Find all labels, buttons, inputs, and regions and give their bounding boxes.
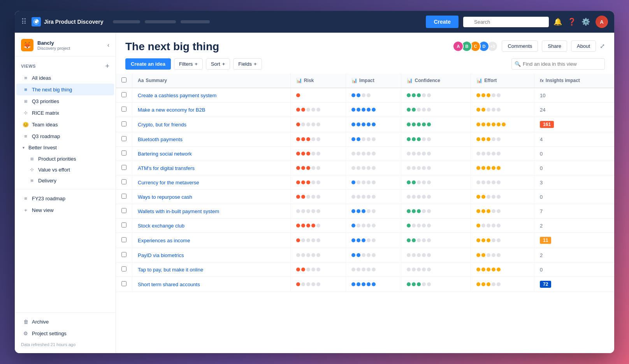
row-summary[interactable]: Create a cashless payment system: [132, 88, 291, 103]
dot-empty: [357, 166, 360, 170]
all-ideas-label: All ideas: [32, 75, 51, 81]
dot-filled: [306, 224, 310, 228]
insights-value: 2: [540, 252, 543, 258]
notifications-icon[interactable]: 🔔: [553, 18, 562, 26]
row-summary[interactable]: Wallets with in-built payment system: [132, 204, 291, 219]
dot-empty: [497, 253, 501, 257]
row-summary[interactable]: ATM's for digital transfers: [132, 161, 291, 175]
select-all-checkbox[interactable]: [121, 77, 127, 82]
row-checkbox[interactable]: [121, 252, 127, 257]
dot-empty: [427, 166, 431, 170]
insights-value: 0: [540, 194, 543, 200]
sidebar-item-value-vs-effort[interactable]: ⊹ Value vs effort: [16, 164, 114, 175]
col-summary[interactable]: Aa Summary: [132, 74, 291, 88]
sidebar-item-delivery[interactable]: ≡ Delivery: [16, 175, 114, 186]
row-checkbox[interactable]: [121, 121, 127, 126]
settings-icon[interactable]: ⚙️: [582, 18, 590, 26]
dot-empty: [357, 152, 360, 156]
sidebar-item-next-big-thing[interactable]: ≡ The next big thing: [16, 84, 114, 95]
nav-create-button[interactable]: Create: [426, 16, 459, 28]
row-summary[interactable]: Crypto, but for friends: [132, 117, 291, 132]
share-button[interactable]: Share: [542, 40, 567, 52]
row-confidence: [401, 204, 471, 219]
dot-empty: [427, 93, 431, 97]
dot-filled: [481, 166, 485, 170]
dot-empty: [487, 108, 490, 112]
row-checkbox[interactable]: [121, 92, 127, 97]
about-button[interactable]: About: [571, 40, 596, 52]
comments-button[interactable]: Comments: [502, 40, 538, 52]
create-idea-button[interactable]: Create an idea: [125, 58, 171, 70]
row-checkbox[interactable]: [121, 107, 127, 112]
fields-button[interactable]: Fields +: [233, 58, 262, 70]
fields-plus-icon: +: [254, 61, 257, 67]
help-icon[interactable]: ❓: [568, 18, 576, 26]
row-checkbox[interactable]: [121, 179, 127, 184]
sidebar-item-team-ideas[interactable]: 😊 Team ideas: [16, 119, 114, 130]
dot-filled: [481, 268, 485, 271]
row-summary[interactable]: Stock exchange club: [132, 219, 291, 233]
row-summary[interactable]: Bartering social network: [132, 147, 291, 161]
row-checkbox[interactable]: [121, 208, 127, 213]
q3-priorities-icon: ⊞: [23, 98, 29, 104]
nav-search-input[interactable]: [463, 17, 549, 27]
dot-empty: [301, 238, 305, 242]
row-checkbox[interactable]: [121, 222, 127, 228]
impact-col-label: Impact: [359, 78, 374, 83]
row-checkbox[interactable]: [121, 165, 127, 170]
row-summary[interactable]: Experiences as income: [132, 233, 291, 248]
dot-empty: [407, 253, 411, 257]
row-summary[interactable]: Short term shared accounts: [132, 277, 291, 292]
col-impact[interactable]: 📊 Impact: [346, 74, 401, 88]
row-risk: [290, 175, 346, 190]
row-checkbox[interactable]: [121, 150, 127, 156]
dot-empty: [422, 137, 426, 141]
row-checkbox[interactable]: [121, 237, 127, 242]
row-summary[interactable]: Tap to pay, but make it online: [132, 262, 291, 277]
sidebar-item-fy23-roadmap[interactable]: ≡ FY23 roadmap: [16, 192, 114, 204]
dot-filled: [502, 122, 506, 126]
sidebar-item-project-settings[interactable]: ⚙ Project settings: [16, 327, 114, 339]
row-summary[interactable]: Currency for the metaverse: [132, 175, 291, 190]
col-effort[interactable]: 📊 Effort: [471, 74, 534, 88]
row-confidence: [401, 219, 471, 233]
sidebar-collapse-button[interactable]: ‹: [107, 42, 109, 49]
sidebar-item-archive[interactable]: 🗑 Archive: [16, 316, 114, 327]
row-insights: 161: [534, 117, 614, 132]
sidebar: 🦊 Bancly Discovery project ‹ VIEWS + ≡ A…: [15, 33, 116, 353]
sidebar-item-better-invest[interactable]: ▾ Better Invest: [16, 142, 114, 153]
row-summary[interactable]: Ways to repurpose cash: [132, 190, 291, 204]
dot-filled: [412, 93, 416, 97]
row-checkbox[interactable]: [121, 136, 127, 141]
row-checkbox[interactable]: [121, 266, 127, 271]
dot-empty: [316, 122, 320, 126]
filters-button[interactable]: Filters +: [174, 58, 203, 70]
dot-filled: [417, 122, 421, 126]
col-insights[interactable]: fx Insights impact: [534, 74, 614, 88]
dot-group: [296, 209, 340, 213]
row-summary[interactable]: Bluetooth payments: [132, 132, 291, 147]
table-row: Bluetooth payments 4: [116, 132, 614, 147]
row-summary[interactable]: PayID via biometrics: [132, 248, 291, 262]
sidebar-item-product-priorities[interactable]: ⊞ Product priorities: [16, 153, 114, 164]
row-checkbox[interactable]: [121, 194, 127, 199]
sidebar-item-q3-roadmap[interactable]: ≡ Q3 roadmap: [16, 130, 114, 142]
toolbar-search-input[interactable]: [511, 58, 605, 70]
add-view-button[interactable]: +: [105, 63, 109, 70]
row-summary[interactable]: Make a new economy for B2B: [132, 103, 291, 117]
col-confidence[interactable]: 📊 Confidence: [401, 74, 471, 88]
col-risk[interactable]: 📊 Risk: [290, 74, 346, 88]
dot-empty: [316, 180, 320, 184]
sort-button[interactable]: Sort +: [206, 58, 230, 70]
expand-button[interactable]: ⤢: [600, 42, 605, 50]
grid-menu-icon[interactable]: ⠿: [21, 17, 27, 26]
dot-empty: [306, 209, 310, 213]
sidebar-item-q3-priorities[interactable]: ⊞ Q3 priorities: [16, 95, 114, 107]
dot-empty: [351, 166, 355, 170]
row-checkbox[interactable]: [121, 281, 127, 286]
sidebar-item-all-ideas[interactable]: ≡ All ideas: [16, 72, 114, 84]
sidebar-item-rice-matrix[interactable]: ⊹ RICE matrix: [16, 107, 114, 119]
sidebar-item-new-view[interactable]: + New view: [16, 204, 114, 216]
dot-filled: [296, 282, 300, 286]
user-avatar[interactable]: A: [596, 16, 608, 28]
